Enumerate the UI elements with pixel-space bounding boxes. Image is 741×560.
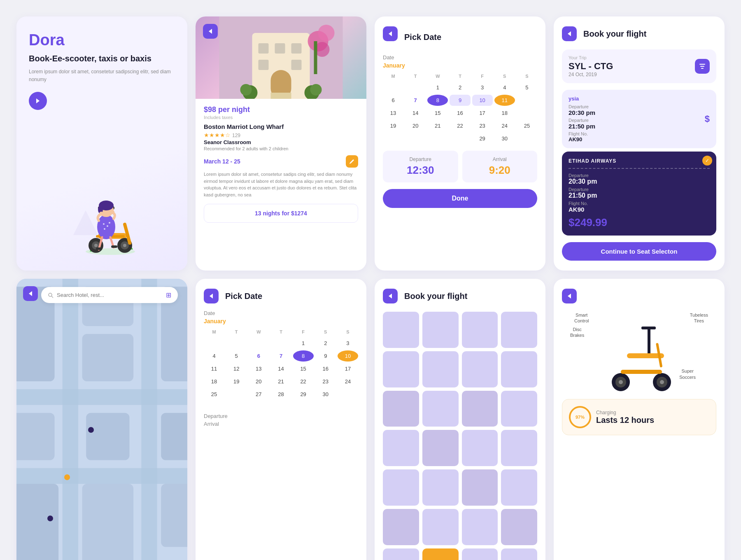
- cal-day[interactable]: 3: [338, 338, 358, 349]
- cal-day[interactable]: 1: [293, 338, 314, 349]
- scooter2-back-button[interactable]: [562, 289, 577, 303]
- seat-4b[interactable]: [422, 430, 459, 466]
- cal-day[interactable]: 6: [248, 350, 269, 362]
- cal-day[interactable]: 21: [427, 120, 448, 131]
- map-back-button[interactable]: [23, 286, 38, 301]
- cal-day[interactable]: 29: [472, 133, 493, 144]
- flight1-back-button[interactable]: [562, 26, 577, 41]
- cal-day[interactable]: 2: [450, 82, 470, 93]
- seat-5d[interactable]: [501, 469, 537, 506]
- seat-1b[interactable]: [422, 312, 459, 348]
- seat-2a[interactable]: [383, 351, 419, 387]
- cal-day[interactable]: 5: [226, 350, 247, 362]
- cal-day[interactable]: 19: [226, 376, 247, 387]
- cal-day[interactable]: 24: [494, 120, 515, 131]
- map-filter-icon[interactable]: ⊞: [166, 291, 171, 299]
- cal-day[interactable]: 30: [494, 133, 515, 144]
- continue-seat-button[interactable]: Continue to Seat Selecton: [562, 242, 716, 261]
- seat-3a[interactable]: [383, 391, 419, 427]
- cal-day-selected-start[interactable]: 8: [427, 95, 448, 106]
- cal-day[interactable]: 18: [494, 107, 515, 119]
- filter-button[interactable]: [695, 59, 710, 74]
- seat-7c[interactable]: [462, 548, 498, 560]
- cal-day[interactable]: 25: [204, 389, 224, 400]
- map-marker-purple-2[interactable]: [47, 516, 53, 521]
- cal-day[interactable]: 20: [248, 376, 269, 387]
- cal-day[interactable]: 5: [517, 82, 537, 93]
- cal-day[interactable]: 17: [338, 363, 358, 374]
- cal-day[interactable]: 13: [248, 363, 269, 374]
- cal-day[interactable]: 20: [405, 120, 426, 131]
- seat-2c[interactable]: [462, 351, 498, 387]
- cal-day-selected[interactable]: 8: [293, 350, 314, 362]
- seat-6c[interactable]: [462, 509, 498, 545]
- calendar1-back-button[interactable]: [383, 26, 398, 41]
- seat-6a[interactable]: [383, 509, 419, 545]
- cal-day[interactable]: 27: [248, 389, 269, 400]
- seat-1c[interactable]: [462, 312, 498, 348]
- cal-day[interactable]: 21: [270, 376, 291, 387]
- cal-day[interactable]: 2: [315, 338, 336, 349]
- cal-day-selected-end[interactable]: 11: [494, 95, 515, 106]
- seat-4c[interactable]: [462, 430, 498, 466]
- seat-5a[interactable]: [383, 469, 419, 506]
- cal-day[interactable]: 12: [226, 363, 247, 374]
- cal-day[interactable]: 28: [270, 389, 291, 400]
- seat-4a[interactable]: [383, 430, 419, 466]
- cal-day[interactable]: 11: [204, 363, 224, 374]
- cal-day[interactable]: 15: [427, 107, 448, 119]
- seat-2b[interactable]: [422, 351, 459, 387]
- cal-day[interactable]: 22: [450, 120, 470, 131]
- hotel-back-button[interactable]: [203, 24, 218, 39]
- cal-day[interactable]: 3: [472, 82, 493, 93]
- seat-7b-selected[interactable]: [422, 548, 459, 560]
- seat-3b[interactable]: [422, 391, 459, 427]
- cal-day[interactable]: 18: [204, 376, 224, 387]
- cal-day-range[interactable]: 9: [450, 95, 470, 106]
- cal-day[interactable]: 9: [315, 350, 336, 362]
- seat-4d[interactable]: [501, 430, 537, 466]
- cal-day[interactable]: 14: [405, 107, 426, 119]
- seat-3d[interactable]: [501, 391, 537, 427]
- cal-day[interactable]: 22: [293, 376, 314, 387]
- cal-day[interactable]: 30: [315, 389, 336, 400]
- map-search-bar[interactable]: ⊞: [41, 287, 178, 303]
- seat-1d[interactable]: [501, 312, 537, 348]
- cal-day[interactable]: 25: [517, 120, 537, 131]
- seats-back-button[interactable]: [383, 289, 398, 303]
- cal-day[interactable]: 4: [494, 82, 515, 93]
- seat-1a[interactable]: [383, 312, 419, 348]
- cal-day[interactable]: 13: [383, 107, 403, 119]
- flight-card-ysia[interactable]: ysia Departure 20:30 pm Departure 21:50 …: [562, 90, 716, 148]
- seat-6d[interactable]: [501, 509, 537, 545]
- hotel-total-button[interactable]: 13 nights for $1274: [204, 204, 358, 223]
- seat-6b[interactable]: [422, 509, 459, 545]
- map-search-input[interactable]: [57, 292, 163, 298]
- calendar1-done-button[interactable]: Done: [383, 189, 537, 208]
- hotel-edit-button[interactable]: [346, 155, 358, 168]
- flight-card-etihad[interactable]: ✓ ETIHAD AIRWAYS Departure 20:30 pm Depa…: [562, 152, 716, 236]
- cal-day[interactable]: 14: [270, 363, 291, 374]
- seat-3c[interactable]: [462, 391, 498, 427]
- cal-day[interactable]: 7: [405, 95, 426, 106]
- seat-7a[interactable]: [383, 548, 419, 560]
- cal-day-range[interactable]: 10: [472, 95, 493, 106]
- cal-day[interactable]: 16: [450, 107, 470, 119]
- seat-2d[interactable]: [501, 351, 537, 387]
- seat-5c[interactable]: [462, 469, 498, 506]
- cal-day[interactable]: 23: [472, 120, 493, 131]
- cal-day[interactable]: 6: [383, 95, 403, 106]
- cal-day[interactable]: 17: [472, 107, 493, 119]
- cal-day[interactable]: 19: [383, 120, 403, 131]
- cal-day[interactable]: 29: [293, 389, 314, 400]
- dora-arrow-button[interactable]: [29, 92, 47, 110]
- cal-day[interactable]: 24: [338, 376, 358, 387]
- cal-day[interactable]: 23: [315, 376, 336, 387]
- cal-day[interactable]: 4: [204, 350, 224, 362]
- cal-day[interactable]: 7: [270, 350, 291, 362]
- seat-5b[interactable]: [422, 469, 459, 506]
- cal-day-selected-yellow[interactable]: 10: [338, 350, 358, 362]
- cal-day[interactable]: 1: [427, 82, 448, 93]
- calendar2-back-button[interactable]: [204, 289, 219, 303]
- seat-7d[interactable]: [501, 548, 537, 560]
